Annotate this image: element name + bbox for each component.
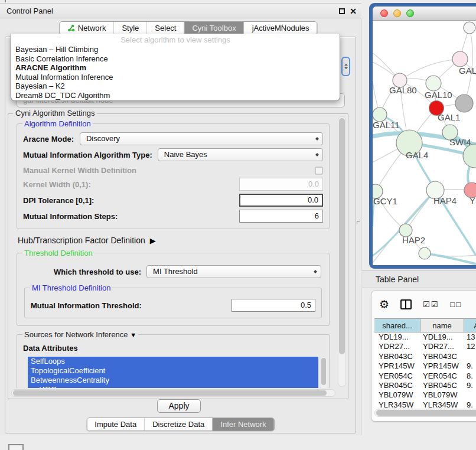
column-header[interactable]: A	[464, 319, 476, 332]
tab-label: Style	[122, 24, 139, 32]
algorithm-definition-group: Algorithm Definition Aracne Mode: Discov…	[17, 123, 330, 229]
mi-threshold-definition-label: MI Threshold Definition	[30, 283, 112, 292]
kernel-width-field[interactable]: 0.0	[239, 178, 323, 191]
float-window-icon[interactable]	[339, 8, 345, 14]
zoom-traffic-light-icon[interactable]	[406, 9, 414, 17]
popup-item[interactable]: Basic Correlation Inference	[11, 54, 340, 64]
split-columns-icon[interactable]	[400, 299, 412, 309]
sources-title: Sources for Network Inference	[24, 330, 128, 339]
control-panel-title: Control Panel	[6, 6, 53, 15]
data-attributes-list: SelfLoopsTopologicalCoefficientBetweenne…	[28, 357, 318, 388]
kernel-width-label: Kernel Width (0,1):	[23, 180, 91, 189]
table-row[interactable]: YDL19...YDL19...13	[374, 332, 476, 342]
network-node-label: GAL11	[373, 120, 400, 130]
attribute-list-item[interactable]: gal4RGexp	[28, 385, 318, 388]
bottom-tab-infer-network[interactable]: Infer Network	[213, 418, 273, 431]
checkboxes-checked-icon[interactable]: ☑☑	[423, 300, 439, 309]
table-horizontal-scrollbar[interactable]	[374, 409, 476, 417]
table-panel-title: Table Panel	[376, 275, 419, 284]
split-pane-handle[interactable]	[357, 221, 360, 224]
table-header-row: shared...nameA	[374, 318, 476, 332]
tab-style[interactable]: Style	[114, 22, 147, 34]
bottom-tab-impute-data[interactable]: Impute Data	[87, 418, 145, 431]
partial-bottom-icon[interactable]	[8, 444, 24, 450]
dpi-tolerance-label: DPI Tolerance [0,1]:	[23, 196, 94, 205]
popup-item[interactable]: ARACNE Algorithm	[11, 63, 340, 73]
cyni-algorithm-settings-group: Cyni Algorithm Settings Algorithm Defini…	[8, 113, 348, 399]
settings-horizontal-scrollbar[interactable]	[11, 389, 335, 397]
table-cell	[464, 390, 476, 400]
table-cell: YBL079W	[420, 390, 464, 400]
tab-jactivemnodules[interactable]: jActiveMNodules	[244, 22, 317, 34]
node-table: shared...nameA YDL19...YDL19...13YDR27..…	[374, 318, 476, 420]
popup-item[interactable]: Bayesian – Hill Climbing	[11, 45, 340, 54]
mi-threshold-label: Mutual Information Threshold:	[31, 301, 142, 310]
mi-algorithm-type-combo[interactable]: Naive Bayes	[158, 148, 323, 161]
manual-kernel-label: Manual Kernel Width Definition	[23, 166, 136, 175]
network-node[interactable]	[426, 76, 441, 91]
attribute-list-item[interactable]: SelfLoops	[28, 357, 318, 366]
network-node[interactable]	[452, 51, 468, 67]
checkboxes-unchecked-icon[interactable]: □□	[450, 300, 462, 309]
tab-network[interactable]: Network	[60, 22, 115, 34]
network-node[interactable]	[419, 247, 431, 259]
network-node-label: HAP4	[433, 195, 457, 206]
settings-vertical-scrollbar[interactable]	[338, 116, 346, 387]
column-header[interactable]: shared...	[374, 319, 420, 332]
table-cell: 8.	[464, 371, 476, 381]
table-row[interactable]: YER054CYER054C8.	[374, 371, 476, 381]
collapse-down-icon: ▼	[130, 331, 136, 338]
tab-label: Network	[78, 24, 106, 32]
attribute-list-item[interactable]: TopologicalCoefficient	[28, 366, 318, 376]
close-icon[interactable]: ✕	[350, 7, 357, 15]
mi-steps-label: Mutual Information Steps:	[23, 212, 118, 221]
apply-button[interactable]: Apply	[157, 399, 201, 413]
popup-item[interactable]: Dream8 DC_TDC Algorithm	[11, 91, 340, 100]
manual-kernel-checkbox[interactable]	[315, 167, 323, 175]
aracne-mode-combo[interactable]: Discovery	[80, 132, 323, 145]
network-node[interactable]	[463, 144, 476, 168]
algorithm-dropdown-popup: Select algorithm to view settings Bayesi…	[11, 34, 340, 101]
threshold-definition-label: Threshold Definition	[22, 249, 94, 257]
hub-definition-expander[interactable]: Hub/Transcription Factor Definition ▶	[18, 236, 332, 245]
table-row[interactable]: YBL079WYBL079W	[374, 390, 476, 400]
table-row[interactable]: YBR043CYBR043C	[374, 352, 476, 361]
network-window-titlebar[interactable]	[373, 6, 476, 21]
table-cell: YDR27...	[420, 342, 464, 351]
attribute-list-item[interactable]: BetweennessCentrality	[28, 376, 318, 385]
mi-threshold-field[interactable]: 0.5	[232, 299, 315, 312]
network-node[interactable]	[464, 22, 475, 34]
table-row[interactable]: YPR145WYPR145W9.	[374, 361, 476, 371]
mi-type-label: Mutual Information Algorithm Type:	[23, 151, 152, 159]
popup-item[interactable]: Bayesian – K2	[11, 81, 340, 91]
table-row[interactable]: YDR27...YDR27...12	[374, 342, 476, 351]
dpi-tolerance-field[interactable]: 0.0	[239, 194, 323, 207]
attributes-scrollbar[interactable]	[321, 357, 327, 388]
network-canvas[interactable]: GALGAL80GAL10GAL1GAL11SWI4GAL4GCY1HAP4YH…	[373, 21, 476, 265]
gear-icon[interactable]: ⚙	[379, 298, 389, 311]
table-cell: YBR043C	[374, 352, 420, 361]
network-node-label: GAL80	[389, 85, 417, 95]
stepper-arrows-icon	[315, 133, 319, 145]
network-node[interactable]	[455, 94, 473, 112]
hub-definition-label: Hub/Transcription Factor Definition	[18, 236, 145, 245]
close-traffic-light-icon[interactable]	[380, 9, 388, 17]
column-header[interactable]: name	[420, 319, 464, 332]
bottom-tab-discretize-data[interactable]: Discretize Data	[145, 418, 213, 431]
which-threshold-combo[interactable]: MI Threshold	[146, 265, 321, 278]
mi-steps-field[interactable]: 6	[239, 210, 323, 223]
minimize-traffic-light-icon[interactable]	[393, 9, 401, 17]
table-cell: YBL079W	[374, 390, 420, 400]
table-row[interactable]: YBR045CYBR045C9.	[374, 381, 476, 390]
table-cell: YPR145W	[374, 361, 420, 371]
tab-select[interactable]: Select	[147, 22, 184, 34]
sources-group-label[interactable]: Sources for Network Inference ▼	[22, 330, 138, 339]
popup-item[interactable]: Mutual Information Inference	[11, 73, 340, 82]
table-cell: YBR045C	[374, 381, 420, 390]
network-node-label: HAP2	[402, 235, 425, 245]
tab-cyni-toolbox[interactable]: Cyni Toolbox	[184, 22, 244, 34]
algorithm-definition-label: Algorithm Definition	[22, 119, 93, 128]
tab-label: Discretize Data	[152, 420, 204, 429]
control-panel-tab-bar: NetworkStyleSelectCyni ToolboxjActiveMNo…	[59, 21, 318, 35]
algorithm-combo-fragment[interactable]	[341, 57, 350, 76]
